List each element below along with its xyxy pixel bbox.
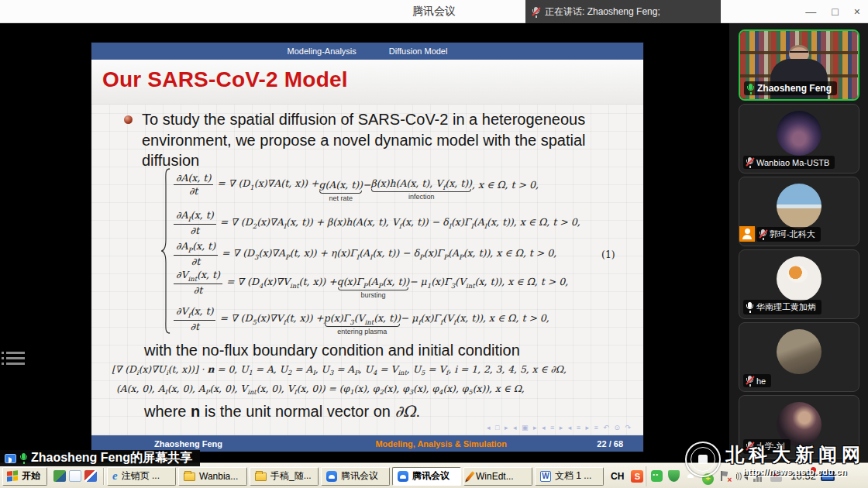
boundary-condition-intro: with the no-flux boundary condition and … xyxy=(144,342,520,359)
screen-share-icon xyxy=(5,454,16,463)
notification-dot xyxy=(811,467,816,473)
taskbar-button-folder-wanbia[interactable]: Wanbia... xyxy=(178,467,247,486)
avatar xyxy=(777,111,822,156)
section-diffusion-model: Diffusion Model xyxy=(389,46,448,56)
mic-on-icon xyxy=(748,84,753,94)
mic-muted-icon xyxy=(747,442,753,452)
participant-tile-wanbiao-ma[interactable]: Wanbiao Ma-USTB xyxy=(739,104,859,174)
slide-page-number: 22 / 68 xyxy=(597,439,643,448)
beamer-navigation-icons: ◂ □ ▸ ◂ ▣ ▸ ◂ ≡ ▸ ◂ ≡ ▸ ≡ ↶ ⊙ ↷ xyxy=(487,424,632,431)
start-button[interactable]: 开始 xyxy=(2,467,47,486)
participant-tile-zhaosheng-feng[interactable]: Zhaosheng Feng xyxy=(739,29,859,101)
participant-name: 郭珂-北科大 xyxy=(770,229,815,240)
antivirus-tray-icon[interactable] xyxy=(702,473,714,485)
pencil-icon xyxy=(466,471,474,481)
word-doc-icon: W xyxy=(540,471,551,482)
slide-title: Our SARS-CoV-2 Model xyxy=(102,67,348,92)
participant-name: Wanbiao Ma-USTB xyxy=(756,158,829,167)
section-modeling-analysis: Modeling-Analysis xyxy=(288,46,356,56)
windows-logo-icon xyxy=(7,470,18,481)
taskbar-button-ie[interactable]: e 注销页 ... xyxy=(107,467,176,486)
equation-4: ∂Vint(x, t)∂t = ∇ (D4(x)∇Vint(t, x)) + q… xyxy=(174,270,568,296)
minimize-button[interactable]: — xyxy=(805,5,816,18)
restore-button[interactable]: □ xyxy=(832,5,838,18)
slide-subject: Modeling, Analysis & Simulation xyxy=(285,439,597,448)
avatar xyxy=(777,184,822,229)
participants-panel: Zhaosheng Feng Wanbiao Ma-USTB 郭珂-北科大 华南… xyxy=(728,23,868,463)
bullet-text: To study the spatial diffusion of SARS-C… xyxy=(142,109,629,171)
window-title: 腾讯会议 xyxy=(0,5,868,19)
mic-muted-icon xyxy=(533,7,539,17)
folder-icon xyxy=(255,473,267,481)
participant-tile-guoke[interactable]: 郭珂-北科大 xyxy=(739,177,859,246)
speaking-toast-label: 正在讲话: Zhaosheng Feng; xyxy=(545,5,660,19)
participant-tile-he[interactable]: he xyxy=(739,322,859,392)
wechat-tray-icon[interactable] xyxy=(651,470,663,482)
folder-icon xyxy=(184,473,195,481)
participant-name: Zhaosheng Feng xyxy=(757,83,832,94)
taskbar-button-folder-manuscript[interactable]: 手稿_随... xyxy=(250,467,319,486)
start-label: 开始 xyxy=(22,469,40,483)
window-titlebar: 腾讯会议 正在讲话: Zhaosheng Feng; — □ × xyxy=(0,0,868,23)
sogou-ime-icon[interactable]: S xyxy=(631,470,643,483)
participant-tile-huangjiabing[interactable]: 华南理工黄加炳 xyxy=(739,249,859,319)
slide-footer: Zhaosheng Feng Modeling, Analysis & Simu… xyxy=(91,435,643,452)
network-signal-icon[interactable] xyxy=(753,470,765,482)
tencent-meeting-icon xyxy=(398,471,408,482)
profile-badge-icon xyxy=(739,226,755,242)
taskbar-button-document[interactable]: W 文档 1 ... xyxy=(535,467,604,486)
ie-icon: e xyxy=(112,470,118,482)
quick-launch xyxy=(50,470,101,482)
quick-launch-icon[interactable] xyxy=(69,470,81,482)
bullet-item: To study the spatial diffusion of SARS-C… xyxy=(124,109,629,171)
security-shield-icon[interactable] xyxy=(668,470,680,482)
mic-muted-icon xyxy=(747,376,753,386)
screen: 腾讯会议 正在讲话: Zhaosheng Feng; — □ × Modelin… xyxy=(0,0,868,488)
slide-section-nav: Modeling-Analysis Diffusion Model xyxy=(91,43,643,60)
equation-1: ∂A(x, t)∂t = ∇ (D1(x)∇A(t, x)) + g(A(x, … xyxy=(174,171,539,198)
equation-5: ∂Vf(x, t)∂t = ∇ (D5(x)∇Vf(t, x)) + p(x)Γ… xyxy=(174,306,549,332)
taskbar: 开始 e 注销页 ... Wanbia... 手稿_随... 腾讯会议 腾讯会议 xyxy=(0,463,868,488)
avatar xyxy=(777,256,822,301)
quick-launch-icon[interactable] xyxy=(84,470,97,482)
equation-2: ∂AI(x, t)∂t = ∇ (D2(x)∇AI(x, t)) + β(x)h… xyxy=(174,210,580,236)
avatar xyxy=(777,329,822,374)
equation-3: ∂AP(x, t)∂t = ∇ (D3(x)∇AP(t, x)) + η(x)Γ… xyxy=(174,241,556,267)
disabled-device-icon[interactable] xyxy=(770,470,782,482)
slide-author: Zhaosheng Feng xyxy=(91,439,285,448)
equation-number: (1) xyxy=(601,249,615,260)
display-tray-icon[interactable] xyxy=(821,471,835,481)
mic-on-icon xyxy=(747,302,753,312)
quick-launch-icon[interactable] xyxy=(53,470,66,482)
mic-muted-icon xyxy=(747,157,753,167)
participant-name: 大学-刘 xyxy=(756,441,785,452)
boundary-condition-line: [∇ (Di(x)∇Ui(t, x))] · n = 0, U1 = A, U2… xyxy=(112,363,567,376)
language-indicator[interactable]: CH xyxy=(606,471,629,482)
annotation-list-icon[interactable] xyxy=(6,349,25,368)
speaking-toast: 正在讲话: Zhaosheng Feng; xyxy=(525,0,721,23)
taskbar-divider xyxy=(103,468,105,485)
screen-share-label: Zhaosheng Feng的屏幕共享 xyxy=(31,450,192,466)
mic-muted-icon xyxy=(760,229,766,239)
mic-on-icon xyxy=(21,453,26,463)
shared-slide: Modeling-Analysis Diffusion Model Our SA… xyxy=(91,43,643,452)
taskbar-button-meeting-1[interactable]: 腾讯会议 xyxy=(321,467,390,486)
participant-tile-liu[interactable]: 大学-刘 xyxy=(739,395,859,459)
volume-icon[interactable]: )) xyxy=(736,470,748,482)
taskbar-button-meeting-2-active[interactable]: 腾讯会议 xyxy=(392,467,461,486)
tencent-meeting-icon xyxy=(326,471,337,482)
participant-name: he xyxy=(756,376,766,386)
where-line: where n is the unit normal vector on ∂Ω. xyxy=(144,402,420,421)
initial-condition-line: (A(x, 0), AI(x, 0), AP(x, 0), Vint(x, 0)… xyxy=(116,383,525,396)
participant-name: 华南理工黄加炳 xyxy=(756,301,816,313)
system-tray: )) 10:52 xyxy=(646,466,842,486)
taskbar-button-winedt[interactable]: WinEdt... xyxy=(463,467,532,486)
system-brace xyxy=(160,167,172,335)
screen-share-bar[interactable]: Zhaosheng Feng的屏幕共享 xyxy=(0,450,200,466)
bullet-icon xyxy=(124,115,133,124)
glasses xyxy=(790,51,808,55)
security-alert-flag-icon[interactable] xyxy=(719,470,731,482)
close-button[interactable]: × xyxy=(854,5,860,18)
